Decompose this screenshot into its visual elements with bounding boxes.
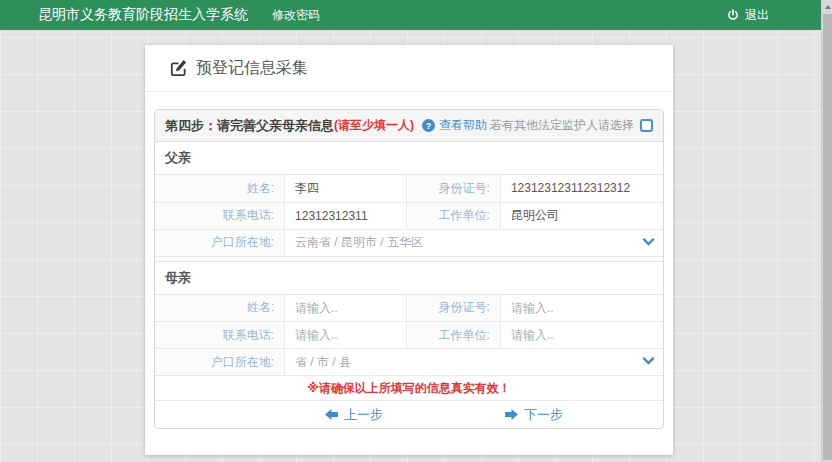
form-warning: ※请确保以上所填写的信息真实有效！ bbox=[155, 376, 663, 401]
table-row: 户口所在地: 省 / 市 / 县 bbox=[155, 349, 663, 376]
edit-icon bbox=[170, 60, 187, 77]
logout-button[interactable]: 退出 bbox=[727, 7, 769, 24]
father-hukou-label: 户口所在地: bbox=[155, 229, 285, 256]
form-panel: 第四步：请完善父亲母亲信息 (请至少填一人) 查看帮助 若有其他法定监护人请选择… bbox=[154, 109, 664, 429]
mother-hukou-label: 户口所在地: bbox=[155, 349, 285, 376]
table-row: 姓名: 身份证号: bbox=[155, 175, 663, 202]
chevron-down-icon bbox=[643, 357, 654, 365]
arrow-left-icon bbox=[325, 409, 338, 420]
father-phone-label: 联系电话: bbox=[155, 202, 285, 229]
mother-section-title: 母亲 bbox=[155, 262, 663, 295]
prev-step-button[interactable]: 上一步 bbox=[325, 406, 383, 424]
father-name-input[interactable] bbox=[285, 176, 406, 201]
chevron-down-icon bbox=[643, 238, 654, 246]
father-hukou-select[interactable]: 云南省 / 昆明市 / 五华区 bbox=[285, 230, 663, 256]
father-hukou-value: 云南省 / 昆明市 / 五华区 bbox=[295, 234, 423, 251]
app-brand[interactable]: 昆明市义务教育阶段招生入学系统 bbox=[38, 6, 248, 24]
step-title: 第四步：请完善父亲母亲信息 bbox=[165, 117, 334, 135]
father-fields-table: 姓名: 身份证号: 联系电话: 工作单位: 户口所在地: 云南省 / 昆明市 /… bbox=[155, 175, 663, 257]
view-help-link[interactable]: 查看帮助 bbox=[439, 117, 487, 134]
prev-step-label: 上一步 bbox=[344, 406, 383, 424]
father-id-label: 身份证号: bbox=[406, 175, 500, 202]
other-guardian-label: 若有其他法定监护人请选择 bbox=[490, 117, 634, 134]
change-password-link[interactable]: 修改密码 bbox=[272, 7, 320, 24]
arrow-right-icon bbox=[505, 409, 518, 420]
mother-name-label: 姓名: bbox=[155, 295, 285, 322]
step-hint: (请至少填一人) bbox=[334, 117, 414, 134]
scrollbar-up-arrow[interactable] bbox=[822, 0, 832, 13]
logout-label: 退出 bbox=[745, 7, 769, 24]
power-icon bbox=[727, 9, 739, 21]
step-navigation: 上一步 下一步 bbox=[155, 401, 663, 428]
top-navbar: 昆明市义务教育阶段招生入学系统 修改密码 退出 bbox=[0, 0, 821, 30]
table-row: 户口所在地: 云南省 / 昆明市 / 五华区 bbox=[155, 229, 663, 256]
mother-id-input[interactable] bbox=[501, 295, 663, 320]
page-title: 预登记信息采集 bbox=[196, 58, 308, 79]
mother-name-input[interactable] bbox=[285, 295, 406, 320]
vertical-scrollbar bbox=[821, 0, 832, 462]
mother-fields-table: 姓名: 身份证号: 联系电话: 工作单位: 户口所在地: 省 / 市 / 县 bbox=[155, 295, 663, 377]
father-id-input[interactable] bbox=[501, 176, 663, 201]
father-phone-input[interactable] bbox=[285, 203, 406, 228]
mother-phone-input[interactable] bbox=[285, 323, 406, 348]
next-step-label: 下一步 bbox=[524, 406, 563, 424]
father-section-title: 父亲 bbox=[155, 142, 663, 175]
mother-phone-label: 联系电话: bbox=[155, 322, 285, 349]
help-icon[interactable] bbox=[422, 119, 435, 132]
father-employer-label: 工作单位: bbox=[406, 202, 500, 229]
page-header: 预登记信息采集 bbox=[145, 45, 673, 92]
mother-employer-input[interactable] bbox=[501, 323, 663, 348]
mother-hukou-placeholder: 省 / 市 / 县 bbox=[295, 354, 351, 371]
other-guardian-checkbox[interactable] bbox=[640, 119, 653, 132]
table-row: 联系电话: 工作单位: bbox=[155, 322, 663, 349]
mother-employer-label: 工作单位: bbox=[406, 322, 500, 349]
main-card: 预登记信息采集 第四步：请完善父亲母亲信息 (请至少填一人) 查看帮助 若有其他… bbox=[145, 45, 673, 455]
scrollbar-thumb[interactable] bbox=[823, 14, 832, 460]
father-employer-input[interactable] bbox=[501, 203, 663, 228]
step-header: 第四步：请完善父亲母亲信息 (请至少填一人) 查看帮助 若有其他法定监护人请选择 bbox=[155, 110, 663, 142]
mother-hukou-select[interactable]: 省 / 市 / 县 bbox=[285, 349, 663, 375]
table-row: 联系电话: 工作单位: bbox=[155, 202, 663, 229]
table-row: 姓名: 身份证号: bbox=[155, 295, 663, 322]
mother-id-label: 身份证号: bbox=[406, 295, 500, 322]
next-step-button[interactable]: 下一步 bbox=[505, 406, 563, 424]
father-name-label: 姓名: bbox=[155, 175, 285, 202]
